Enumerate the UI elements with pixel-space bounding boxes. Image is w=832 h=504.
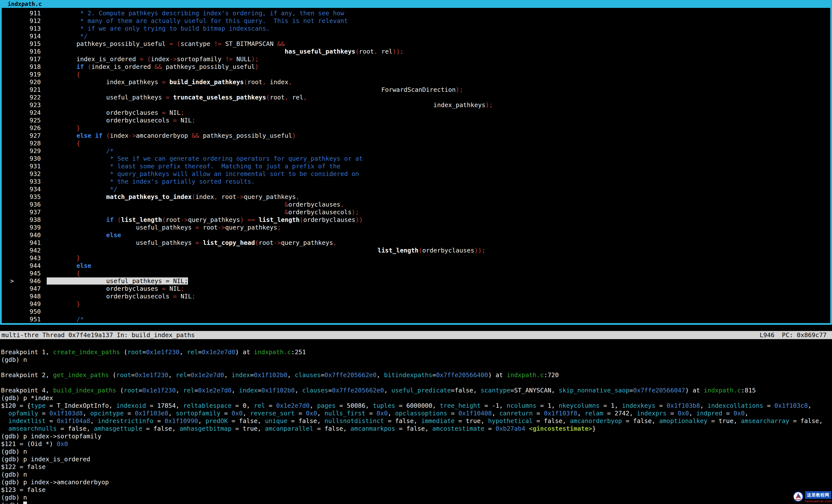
source-line: 916 has_useful_pathkeys(root, rel)); xyxy=(2,48,830,55)
code-text: else if (index->amcanorderbyop && pathke… xyxy=(41,132,296,139)
console-line: amsearchnulls = false, amhasgettuple = f… xyxy=(1,425,831,432)
code-text: */ xyxy=(41,186,118,193)
source-line: 914 */ xyxy=(2,32,830,40)
source-line: 913 * if we are only trying to build bit… xyxy=(2,25,830,32)
source-line: 949 } xyxy=(2,300,830,308)
line-number: 930 xyxy=(22,155,41,162)
line-marker xyxy=(10,178,22,185)
source-line: 948 orderbyclausecols = NIL; xyxy=(2,292,830,300)
line-marker xyxy=(10,40,22,48)
code-text: orderbyclausecols = NIL; xyxy=(41,293,196,300)
console-line: (gdb) p *index xyxy=(1,394,831,402)
line-marker xyxy=(10,300,22,308)
line-marker xyxy=(10,139,22,147)
line-number: 918 xyxy=(22,63,41,71)
window-titlebar: indxpath.c xyxy=(2,0,830,8)
line-number: 933 xyxy=(22,178,41,185)
source-line: 919 { xyxy=(2,71,830,78)
code-text: orderbyclauses = NIL; xyxy=(41,285,184,292)
code-text: match_pathkeys_to_index(index, root->que… xyxy=(41,193,300,200)
source-line: 935 match_pathkeys_to_index(index, root-… xyxy=(2,193,830,201)
line-number: 950 xyxy=(22,308,41,315)
code-text: /* xyxy=(41,147,114,155)
console-line: (gdb) p index->sortopfamily xyxy=(1,432,831,440)
line-number: 921 xyxy=(22,86,41,93)
console-line: (gdb) xyxy=(1,501,831,504)
code-text: else xyxy=(41,231,121,239)
watermark-logo-icon xyxy=(793,491,804,504)
code-text: } xyxy=(41,124,80,132)
source-line: 932 * query_pathkeys will allow an incre… xyxy=(2,170,830,178)
code-text: { xyxy=(41,140,80,147)
source-lines: 911 * 2. Compute pathkeys describing ind… xyxy=(2,8,830,323)
line-marker xyxy=(10,17,22,25)
code-text: } xyxy=(41,300,80,308)
console-line: indextlist = 0x1f104a8, indrestrictinfo … xyxy=(1,417,831,425)
line-number: 924 xyxy=(22,109,41,116)
source-line: 915 pathkeys_possibly_useful = (scantype… xyxy=(2,40,830,48)
console-line: (gdb) n xyxy=(1,494,831,501)
line-marker xyxy=(10,201,22,208)
code-text: if (index_is_ordered && pathkeys_possibl… xyxy=(41,63,259,71)
code-text: useful_pathkeys = truncate_useless_pathk… xyxy=(41,94,307,101)
line-marker xyxy=(10,132,22,139)
line-number: 936 xyxy=(22,201,41,208)
line-number: 925 xyxy=(22,116,41,124)
gdb-console[interactable]: Breakpoint 1, create_index_paths (root=0… xyxy=(0,339,832,504)
line-number: 922 xyxy=(22,93,41,101)
console-line: opfamily = 0x1f103d8, opcintype = 0x1f10… xyxy=(1,410,831,417)
code-text: useful_pathkeys = list_copy_head(root->q… xyxy=(41,239,337,246)
source-line: 942 list_length(orderbyclauses)); xyxy=(2,247,830,254)
source-line: 947 orderbyclauses = NIL; xyxy=(2,285,830,292)
line-number: 935 xyxy=(22,193,41,201)
line-number: 928 xyxy=(22,139,41,147)
line-marker xyxy=(10,185,22,193)
code-text: &orderbyclausecols); xyxy=(41,208,359,216)
line-number: 917 xyxy=(22,55,41,63)
source-line: 929 /* xyxy=(2,147,830,155)
line-number: 913 xyxy=(22,25,41,32)
source-line: 924 orderbyclauses = NIL; xyxy=(2,109,830,116)
source-line: 925 orderbyclausecols = NIL; xyxy=(2,116,830,124)
line-marker xyxy=(10,155,22,162)
line-number: 927 xyxy=(22,132,41,139)
line-marker xyxy=(10,162,22,170)
code-text: pathkeys_possibly_useful = (scantype != … xyxy=(41,40,285,47)
line-number: 920 xyxy=(22,78,41,86)
line-number: 911 xyxy=(22,9,41,17)
console-line: (gdb) n xyxy=(1,448,831,455)
line-marker xyxy=(10,63,22,71)
line-number: 937 xyxy=(22,208,41,216)
window-title: indxpath.c xyxy=(8,1,42,7)
source-line: 928 { xyxy=(2,139,830,147)
watermark-site-name: 这里教程网 xyxy=(805,491,831,499)
code-text: else xyxy=(41,262,92,269)
line-marker xyxy=(10,239,22,247)
source-line: 923 index_pathkeys); xyxy=(2,101,830,109)
line-number: 945 xyxy=(22,270,41,277)
code-text: /* xyxy=(41,316,84,323)
source-line: 941 useful_pathkeys = list_copy_head(roo… xyxy=(2,239,830,247)
terminal-cursor[interactable] xyxy=(23,502,27,504)
source-line: 950 xyxy=(2,308,830,315)
line-number: 919 xyxy=(22,71,41,78)
console-line: $122 = false xyxy=(1,463,831,471)
line-number: 934 xyxy=(22,185,41,193)
status-bar: multi-thre Thread 0x7f4e19a137 In: build… xyxy=(0,331,832,339)
source-line: 920 index_pathkeys = build_index_pathkey… xyxy=(2,78,830,86)
source-line: 911 * 2. Compute pathkeys describing ind… xyxy=(2,9,830,17)
line-marker xyxy=(10,86,22,93)
source-line: 944 else xyxy=(2,262,830,270)
code-text: useful_pathkeys = NIL; xyxy=(41,277,188,285)
source-line: 938 if (list_length(root->query_pathkeys… xyxy=(2,216,830,224)
line-marker xyxy=(10,193,22,201)
line-marker xyxy=(10,48,22,55)
code-text xyxy=(41,308,47,315)
line-marker xyxy=(10,55,22,63)
code-text: * 2. Compute pathkeys describing index's… xyxy=(41,10,344,17)
code-text: * if we are only trying to build bitmap … xyxy=(41,25,270,32)
source-line: 918 if (index_is_ordered && pathkeys_pos… xyxy=(2,63,830,71)
code-text: ForwardScanDirection); xyxy=(41,86,463,93)
line-number: 938 xyxy=(22,216,41,224)
line-marker xyxy=(10,147,22,155)
